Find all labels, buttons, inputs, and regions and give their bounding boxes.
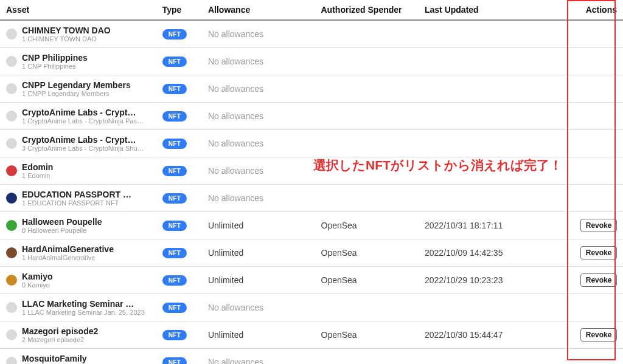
type-badge: NFT: [162, 357, 187, 364]
asset-name: CryptoAnime Labs - Crypt…: [22, 108, 144, 117]
allowance-value: No allowances: [208, 193, 263, 203]
allowance-value: No allowances: [208, 303, 263, 312]
asset-icon: [6, 138, 17, 149]
type-badge: NFT: [162, 84, 187, 94]
table-row: CryptoAnime Labs - Crypt…3 CryptoAnime L…: [0, 130, 623, 157]
asset-name: LLAC Marketing Seminar …: [22, 299, 144, 309]
table-row: CHIMNEY TOWN DAO1 CHIMNEY TOWN DAONFTNo …: [0, 20, 623, 48]
table-row: Mazegori episode22 Mazegori episode2NFTU…: [0, 321, 623, 349]
asset-icon: [6, 247, 17, 258]
allowances-table: Asset Type Allowance Authorized Spender …: [0, 0, 623, 364]
asset-cell[interactable]: HardAnimalGenerative1 HardAnimalGenerati…: [6, 243, 150, 263]
allowance-value: No allowances: [208, 57, 263, 66]
table-row: HardAnimalGenerative1 HardAnimalGenerati…: [0, 239, 623, 267]
spender-value: [315, 294, 419, 321]
updated-value: 2022/10/31 18:17:11: [419, 212, 574, 239]
spender-value[interactable]: OpenSea: [315, 239, 419, 267]
type-badge: NFT: [162, 330, 187, 340]
updated-value: 2022/10/09 14:42:35: [419, 239, 574, 267]
allowance-value: No allowances: [208, 357, 263, 364]
allowance-value: No allowances: [208, 166, 263, 176]
header-asset[interactable]: Asset: [0, 0, 156, 20]
header-type[interactable]: Type: [156, 0, 202, 20]
asset-subtext: 3 CryptoAnime Labs - CryptoNinja Shu…: [22, 145, 144, 152]
asset-icon: [6, 193, 17, 204]
allowance-value: Unlimited: [208, 275, 243, 285]
allowance-value: No allowances: [208, 84, 263, 94]
asset-cell[interactable]: CNPP Legendary Members1 CNPP Legendary M…: [6, 79, 150, 98]
table-row: CNP Philippines1 CNP PhilippinesNFTNo al…: [0, 48, 623, 75]
updated-value: [419, 294, 574, 321]
asset-name: CNPP Legendary Members: [22, 80, 131, 90]
asset-cell[interactable]: Mazegori episode22 Mazegori episode2: [6, 325, 150, 345]
asset-icon: [6, 165, 17, 176]
asset-cell[interactable]: Kamiyo0 Kamiyo: [6, 270, 150, 290]
spender-value: [315, 157, 419, 185]
asset-subtext: 0 Halloween Poupelle: [22, 227, 102, 234]
asset-name: CHIMNEY TOWN DAO: [22, 26, 111, 35]
asset-subtext: 1 HardAnimalGenerative: [22, 254, 114, 261]
asset-cell[interactable]: MosquitoFamily2 MosquitoFamily: [6, 352, 150, 364]
asset-cell[interactable]: EDUCATION PASSPORT …1 EDUCATION PASSPORT…: [6, 188, 150, 208]
asset-subtext: 1 CHIMNEY TOWN DAO: [22, 35, 111, 43]
asset-name: MosquitoFamily: [22, 354, 87, 363]
asset-name: Kamiyo: [22, 272, 53, 281]
table-row: EDUCATION PASSPORT …1 EDUCATION PASSPORT…: [0, 185, 623, 212]
type-badge: NFT: [162, 111, 187, 122]
asset-subtext: 1 CNP Philippines: [22, 63, 88, 70]
asset-subtext: 1 Edomin: [22, 172, 53, 179]
asset-cell[interactable]: CryptoAnime Labs - Crypt…1 CryptoAnime L…: [6, 106, 150, 126]
table-row: CNPP Legendary Members1 CNPP Legendary M…: [0, 75, 623, 103]
updated-value: 2022/10/30 15:44:47: [419, 321, 574, 349]
asset-cell[interactable]: CNP Philippines1 CNP Philippines: [6, 52, 150, 71]
revoke-button[interactable]: Revoke: [580, 273, 618, 287]
asset-cell[interactable]: CHIMNEY TOWN DAO1 CHIMNEY TOWN DAO: [6, 24, 150, 44]
asset-subtext: 1 LLAC Marketing Seminar Jan. 25, 2023: [22, 309, 145, 316]
allowance-value: Unlimited: [208, 330, 243, 340]
updated-value: 2022/10/29 10:23:23: [419, 267, 574, 294]
table-row: LLAC Marketing Seminar …1 LLAC Marketing…: [0, 294, 623, 321]
spender-value: [315, 349, 419, 365]
spender-value: [315, 130, 419, 157]
asset-subtext: 2 Mazegori episode2: [22, 336, 98, 343]
header-updated[interactable]: Last Updated: [419, 0, 574, 20]
asset-icon: [6, 56, 17, 67]
header-actions: Actions: [574, 0, 623, 20]
updated-value: [419, 130, 574, 157]
allowance-value: No allowances: [208, 111, 263, 121]
header-allowance[interactable]: Allowance: [202, 0, 315, 20]
asset-name: HardAnimalGenerative: [22, 244, 114, 254]
asset-icon: [6, 29, 17, 39]
spender-value: [315, 20, 419, 48]
table-row: CryptoAnime Labs - Crypt…1 CryptoAnime L…: [0, 103, 623, 130]
asset-cell[interactable]: Halloween Poupelle0 Halloween Poupelle: [6, 216, 150, 235]
asset-cell[interactable]: Edomin1 Edomin: [6, 161, 150, 180]
revoke-button[interactable]: Revoke: [580, 246, 618, 259]
asset-icon: [6, 329, 17, 340]
spender-value: [315, 75, 419, 103]
asset-subtext: 1 CryptoAnime Labs - CryptoNinja Pas…: [22, 117, 144, 125]
allowance-value: No allowances: [208, 139, 263, 148]
table-header-row: Asset Type Allowance Authorized Spender …: [0, 0, 623, 20]
revoke-button[interactable]: Revoke: [580, 328, 618, 342]
updated-value: [419, 75, 574, 103]
spender-value[interactable]: OpenSea: [315, 267, 419, 294]
asset-name: Mazegori episode2: [22, 326, 98, 336]
spender-value[interactable]: OpenSea: [315, 321, 419, 349]
type-badge: NFT: [162, 275, 187, 286]
asset-icon: [6, 357, 17, 364]
updated-value: [419, 20, 574, 48]
asset-icon: [6, 275, 17, 286]
table-row: MosquitoFamily2 MosquitoFamilyNFTNo allo…: [0, 349, 623, 365]
asset-subtext: 1 CNPP Legendary Members: [22, 90, 131, 97]
updated-value: [419, 349, 574, 365]
asset-icon: [6, 220, 17, 231]
updated-value: [419, 103, 574, 130]
asset-cell[interactable]: LLAC Marketing Seminar …1 LLAC Marketing…: [6, 298, 150, 317]
header-spender[interactable]: Authorized Spender: [315, 0, 419, 20]
spender-value[interactable]: OpenSea: [315, 212, 419, 239]
revoke-button[interactable]: Revoke: [580, 219, 618, 232]
updated-value: [419, 157, 574, 185]
asset-cell[interactable]: CryptoAnime Labs - Crypt…3 CryptoAnime L…: [6, 134, 150, 153]
asset-subtext: 0 Kamiyo: [22, 281, 53, 289]
